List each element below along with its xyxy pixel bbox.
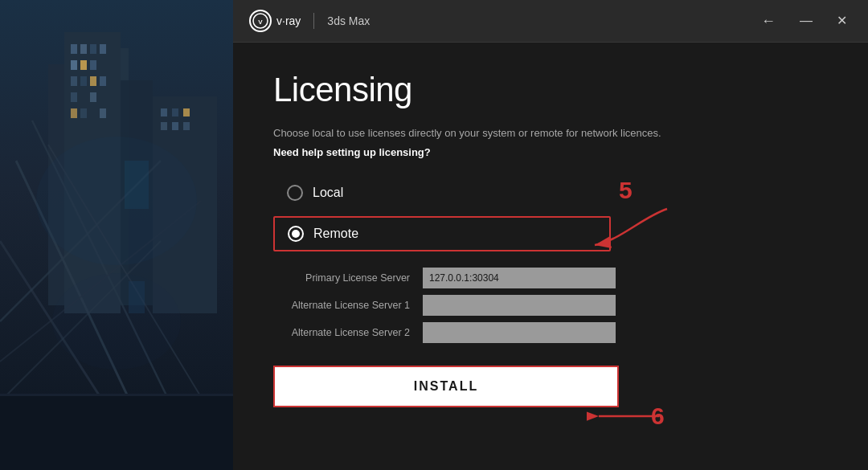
svg-rect-35 bbox=[0, 394, 233, 470]
svg-point-38 bbox=[52, 273, 181, 370]
server-row-primary: Primary License Server bbox=[273, 268, 828, 288]
server-fields: Primary License Server Alternate License… bbox=[273, 268, 828, 343]
radio-local-circle bbox=[287, 185, 303, 201]
svg-rect-9 bbox=[71, 60, 77, 70]
vray-text: v·ray bbox=[276, 14, 301, 27]
app-title: 3ds Max bbox=[327, 14, 370, 27]
content-area: Licensing Choose local to use licenses d… bbox=[233, 43, 868, 470]
radio-remote-circle bbox=[288, 226, 304, 242]
svg-text:V: V bbox=[258, 18, 263, 26]
radio-local-label: Local bbox=[313, 186, 343, 200]
svg-rect-39 bbox=[125, 161, 149, 209]
radio-local[interactable]: Local bbox=[273, 176, 611, 210]
radio-group: Local Remote bbox=[273, 176, 828, 251]
svg-rect-10 bbox=[80, 60, 87, 70]
vray-logo: V v·ray bbox=[249, 10, 301, 32]
svg-rect-36 bbox=[0, 394, 233, 396]
vray-logo-icon: V bbox=[249, 10, 272, 32]
primary-server-label: Primary License Server bbox=[273, 272, 410, 284]
svg-rect-26 bbox=[172, 122, 178, 130]
svg-rect-18 bbox=[71, 108, 77, 118]
svg-rect-23 bbox=[172, 108, 178, 116]
titlebar-left: V v·ray 3ds Max bbox=[249, 10, 370, 32]
help-link[interactable]: Need help setting up licensing? bbox=[273, 146, 828, 158]
back-button[interactable]: ← bbox=[756, 12, 780, 30]
svg-rect-25 bbox=[161, 122, 167, 130]
main-panel: V v·ray 3ds Max ← — ✕ Licensing Choose l… bbox=[233, 0, 868, 470]
svg-rect-15 bbox=[100, 76, 106, 86]
svg-rect-12 bbox=[71, 76, 77, 86]
svg-rect-7 bbox=[90, 44, 96, 54]
hero-image-panel bbox=[0, 0, 233, 470]
svg-rect-20 bbox=[100, 108, 106, 118]
svg-rect-11 bbox=[90, 60, 96, 70]
svg-rect-17 bbox=[90, 92, 96, 102]
install-btn-container: INSTALL bbox=[273, 366, 828, 407]
svg-rect-8 bbox=[100, 44, 106, 54]
alt1-server-label: Alternate License Server 1 bbox=[273, 300, 410, 311]
svg-rect-5 bbox=[71, 44, 77, 54]
close-button[interactable]: ✕ bbox=[832, 13, 852, 29]
titlebar: V v·ray 3ds Max ← — ✕ bbox=[233, 0, 868, 43]
minimize-button[interactable]: — bbox=[795, 13, 817, 29]
titlebar-controls: ← — ✕ bbox=[756, 12, 852, 30]
alt2-server-input[interactable] bbox=[423, 322, 616, 343]
install-button[interactable]: INSTALL bbox=[273, 366, 619, 407]
svg-rect-27 bbox=[183, 122, 190, 130]
title-separator bbox=[313, 13, 314, 29]
radio-remote[interactable]: Remote bbox=[273, 216, 611, 251]
description-text: Choose local to use licenses directly on… bbox=[273, 125, 828, 141]
page-title: Licensing bbox=[273, 71, 828, 109]
primary-server-input[interactable] bbox=[423, 268, 616, 288]
alt2-server-label: Alternate License Server 2 bbox=[273, 327, 410, 338]
svg-rect-16 bbox=[71, 92, 77, 102]
svg-point-37 bbox=[36, 137, 197, 265]
radio-remote-label: Remote bbox=[313, 227, 358, 241]
alt1-server-input[interactable] bbox=[423, 295, 616, 316]
server-row-alt2: Alternate License Server 2 bbox=[273, 322, 828, 343]
svg-rect-40 bbox=[129, 281, 145, 313]
svg-rect-6 bbox=[80, 44, 87, 54]
svg-rect-24 bbox=[183, 108, 190, 116]
svg-rect-22 bbox=[161, 108, 167, 116]
svg-rect-14 bbox=[90, 76, 96, 86]
svg-rect-13 bbox=[80, 76, 87, 86]
server-row-alt1: Alternate License Server 1 bbox=[273, 295, 828, 316]
svg-rect-19 bbox=[80, 108, 87, 118]
